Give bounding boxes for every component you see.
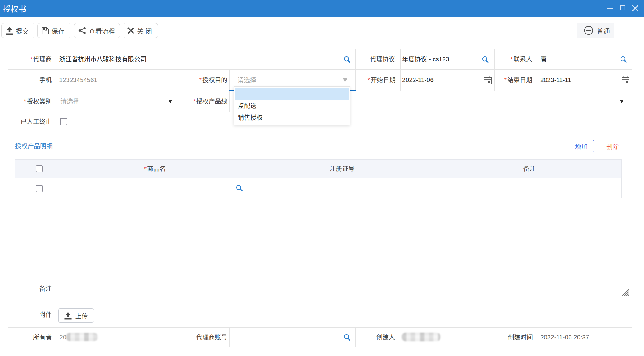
save-icon [42, 27, 49, 34]
required-asterisk: * [511, 56, 513, 62]
table-grid-line [437, 178, 437, 198]
label-text: 联系人 [514, 56, 532, 62]
agent-search-icon[interactable] [344, 56, 351, 63]
label-text: 开始日期 [371, 76, 396, 83]
attachment-label: 附件 [8, 302, 52, 327]
owner-label: 所有者 [8, 327, 52, 347]
label-text: 备注 [523, 165, 536, 172]
label-text: 所有者 [33, 334, 52, 341]
required-asterisk: * [30, 56, 32, 62]
agent-label: *代理商 [8, 49, 52, 69]
terminated-label: 已人工终止 [8, 112, 52, 131]
section-divider [10, 154, 631, 154]
grid-vline [535, 327, 535, 347]
remark-label: 备注 [8, 275, 52, 302]
view-flow-label: 查看流程 [89, 26, 115, 35]
product-search-icon[interactable] [236, 185, 243, 192]
remark-textarea[interactable] [54, 275, 632, 301]
box-bottom-border [8, 347, 632, 347]
required-asterisk: * [199, 76, 202, 83]
view-flow-button[interactable]: 查看流程 [74, 23, 120, 38]
category-select[interactable]: 请选择 [60, 91, 79, 112]
save-label: 保存 [51, 26, 64, 35]
close-window-icon [632, 0, 638, 17]
close-button[interactable]: 关 闭 [123, 23, 158, 38]
label-text: 创建时间 [508, 334, 533, 341]
start-date-calendar-icon[interactable] [484, 76, 492, 84]
created-time-label: 创建时间 [494, 327, 533, 347]
add-row-button[interactable]: 增加 [569, 140, 594, 152]
submit-button[interactable]: 提交 [1, 23, 35, 38]
grid-hline [8, 131, 632, 131]
purpose-dropdown-panel: 点配送 销售授权 [234, 86, 350, 125]
select-all-checkbox[interactable] [36, 165, 43, 172]
product-name-input[interactable] [63, 178, 247, 198]
end-date-calendar-icon[interactable] [621, 76, 630, 84]
column-header-note: 备注 [437, 159, 622, 178]
purpose-label: *授权目的 [181, 69, 227, 91]
label-text: 代理商 [33, 56, 52, 62]
creator-label: 创建人 [355, 327, 395, 347]
product-line-dropdown-arrow-icon[interactable] [619, 100, 624, 103]
close-label: 关 闭 [137, 26, 152, 35]
label-text: 代理商账号 [196, 334, 227, 341]
registration-input[interactable] [247, 178, 437, 198]
grid-vline [397, 327, 397, 347]
purpose-option-empty[interactable] [235, 88, 349, 100]
agent-field[interactable]: 浙江省杭州市八骏科技有限公司 [59, 49, 147, 69]
purpose-option-1[interactable]: 点配送 [235, 100, 349, 112]
table-row [15, 198, 622, 198]
table-grid-line [15, 178, 15, 198]
category-label: *授权类别 [8, 91, 52, 112]
terminated-checkbox[interactable] [60, 118, 67, 125]
title-bar: 授权书 [0, 0, 644, 17]
row-checkbox[interactable] [36, 185, 43, 192]
mode-button[interactable]: 普通 [577, 23, 614, 38]
submit-label: 提交 [16, 26, 29, 35]
resize-grip-icon[interactable] [622, 289, 630, 296]
grid-vline [537, 49, 537, 91]
mobile-field[interactable]: 12323454561 [59, 69, 97, 91]
label-text: 授权产品线 [196, 98, 227, 105]
required-asterisk: * [144, 165, 147, 172]
contact-label: *联系人 [494, 49, 532, 69]
agent-account-field[interactable] [230, 328, 355, 346]
start-date-label: *开始日期 [355, 69, 396, 91]
box-right-border [632, 49, 632, 347]
start-date-field[interactable]: 2022-11-06 [402, 69, 434, 91]
mobile-label: 手机 [8, 69, 52, 91]
product-line-label: *授权产品线 [181, 91, 227, 112]
label-text: 已人工终止 [21, 118, 52, 125]
upload-button[interactable]: 上传 [58, 308, 94, 323]
authorization-form-window: 授权书 提交 保存 [0, 0, 644, 356]
owner-redacted-value [66, 333, 98, 341]
contact-field[interactable]: 唐 [540, 49, 547, 69]
label-text: 附件 [39, 311, 52, 318]
purpose-option-2[interactable]: 销售授权 [235, 112, 349, 124]
upload-icon [6, 26, 13, 35]
owner-field: 20 [59, 327, 66, 347]
minimize-button[interactable] [605, 0, 615, 17]
purpose-dropdown-arrow-icon[interactable] [343, 78, 347, 82]
agent-account-label: 代理商账号 [181, 327, 227, 347]
agreement-search-icon[interactable] [482, 56, 489, 63]
label-text: 手机 [39, 76, 52, 83]
save-button[interactable]: 保存 [37, 23, 71, 38]
required-asterisk: * [193, 98, 196, 105]
window-title: 授权书 [3, 1, 26, 18]
agreement-label: 代理协议 [355, 49, 395, 69]
close-window-button[interactable] [630, 0, 640, 17]
label-text: 商品名 [147, 165, 166, 172]
contact-search-icon[interactable] [620, 56, 627, 63]
grid-hline [8, 302, 632, 302]
column-header-product: *商品名 [63, 159, 247, 178]
category-dropdown-arrow-icon[interactable] [168, 100, 173, 103]
end-date-field[interactable]: 2023-11-11 [540, 69, 571, 91]
maximize-button[interactable] [618, 0, 628, 17]
details-section-title: 授权产品明细 [15, 141, 53, 150]
delete-row-button[interactable]: 删除 [600, 140, 625, 152]
grid-vline [400, 49, 401, 91]
agreement-field[interactable]: 年度协议 - cs123 [402, 49, 449, 69]
required-asterisk: * [504, 76, 507, 83]
agent-account-search-icon[interactable] [344, 334, 351, 341]
